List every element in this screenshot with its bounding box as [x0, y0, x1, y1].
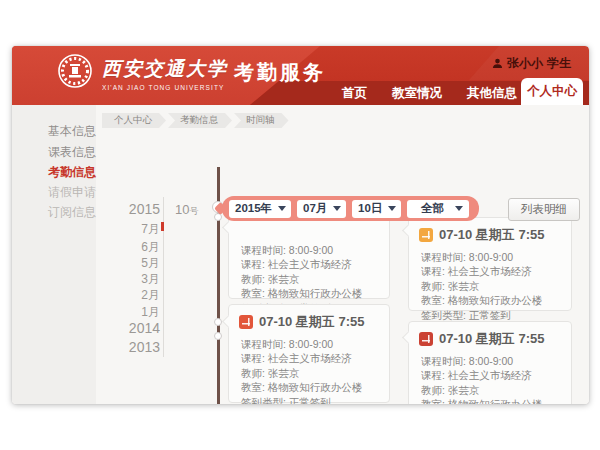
user-info[interactable]: 张小小 学生: [492, 55, 571, 72]
scale-separator-line: [163, 197, 164, 357]
app-window: 西安交通大学 XI'AN JIAO TONG UNIVERSITY 考勤服务 张…: [12, 46, 589, 404]
chevron-down-icon: [388, 206, 396, 211]
nav-item-personal-center[interactable]: 个人中心: [521, 78, 583, 105]
month-dropdown[interactable]: 07月: [297, 200, 346, 218]
timeline-node: [214, 318, 222, 326]
chevron-down-icon: [278, 206, 286, 211]
scale-year-2015[interactable]: 2015: [110, 201, 160, 217]
nav-item-home[interactable]: 首页: [342, 85, 367, 102]
sidebar-item-subscription-info[interactable]: 订阅信息: [48, 204, 96, 221]
scale-year-2014[interactable]: 2014: [110, 320, 160, 336]
breadcrumb: 个人中心 考勤信息 时间轴: [102, 113, 291, 128]
card-header: 07-10 星期五 7:55: [409, 218, 571, 246]
sidebar-item-schedule-info[interactable]: 课表信息: [48, 144, 96, 161]
year-dropdown[interactable]: 2015年: [229, 200, 291, 218]
app-header: 西安交通大学 XI'AN JIAO TONG UNIVERSITY 考勤服务 张…: [12, 46, 589, 105]
scale-year-2013[interactable]: 2013: [110, 339, 160, 355]
sidebar-item-attendance-info[interactable]: 考勤信息: [48, 164, 96, 181]
scale-month-mar[interactable]: 3月: [110, 271, 160, 288]
day-marker-10: 10号: [175, 202, 198, 218]
card-date: 07-10 星期五 7:55: [439, 226, 545, 244]
card-body: 课程时间: 8:00-9:00 课程: 社会主义市场经济 教师: 张芸京 教室:…: [409, 350, 571, 404]
card-header: 07-10 星期五 7:55: [229, 305, 389, 333]
breadcrumb-personal-center[interactable]: 个人中心: [102, 113, 166, 128]
university-logo-icon: [57, 53, 93, 89]
day-dropdown[interactable]: 10日: [352, 200, 401, 218]
card-body: 课程时间: 8:00-9:00 课程: 社会主义市场经济 教师: 张芸京 教室:…: [229, 333, 389, 404]
chevron-down-icon: [333, 206, 341, 211]
screenshot-stage: 西安交通大学 XI'AN JIAO TONG UNIVERSITY 考勤服务 张…: [0, 0, 600, 450]
status-icon: [239, 315, 253, 329]
scale-month-jan[interactable]: 1月: [110, 304, 160, 321]
category-dropdown[interactable]: 全部: [407, 200, 469, 218]
card-date: 07-10 星期五 7:55: [259, 313, 365, 331]
nav-item-other-info[interactable]: 其他信息: [467, 85, 517, 102]
user-name: 张小小: [507, 55, 543, 72]
status-icon: [419, 332, 433, 346]
sidebar: 基本信息 课表信息 考勤信息 请假申请 订阅信息: [12, 105, 96, 404]
card-date: 07-10 星期五 7:55: [439, 330, 545, 348]
attendance-card: 07-10 星期五 7:55 课程时间: 8:00-9:00 课程: 社会主义市…: [228, 304, 390, 403]
card-header: 07-10 星期五 7:55: [409, 322, 571, 350]
timeline-node: [214, 332, 222, 340]
scale-month-may[interactable]: 5月: [110, 255, 160, 272]
scale-month-jun[interactable]: 6月: [110, 239, 160, 256]
university-name-en: XI'AN JIAO TONG UNIVERSITY: [102, 84, 228, 91]
attendance-card: 07-10 星期五 7:55 课程时间: 8:00-9:00 课程: 社会主义市…: [408, 217, 572, 311]
nav-item-classrooms[interactable]: 教室情况: [392, 85, 442, 102]
app-title: 考勤服务: [234, 59, 326, 86]
scale-month-feb[interactable]: 2月: [110, 287, 160, 304]
scale-month-jul[interactable]: 7月: [110, 221, 160, 238]
list-detail-button[interactable]: 列表明细: [508, 198, 580, 221]
user-role: 学生: [547, 55, 571, 72]
sidebar-item-leave-request[interactable]: 请假申请: [48, 184, 96, 201]
breadcrumb-attendance-info[interactable]: 考勤信息: [168, 113, 232, 128]
chevron-down-icon: [455, 206, 463, 211]
card-body: 课程时间: 8:00-9:00 课程: 社会主义市场经济 教师: 张芸京 教室:…: [409, 246, 571, 330]
content-area: 基本信息 课表信息 考勤信息 请假申请 订阅信息 个人中心 考勤信息 时间轴 2…: [12, 105, 589, 404]
selected-month-tick: [161, 222, 164, 231]
user-icon: [492, 58, 503, 69]
university-name-zh: 西安交通大学: [102, 56, 228, 82]
main-nav: 首页 教室情况 其他信息: [342, 81, 517, 105]
status-icon: [419, 228, 433, 242]
attendance-card: 07-10 星期五 7:55 课程时间: 8:00-9:00 课程: 社会主义市…: [408, 321, 572, 404]
sidebar-item-basic-info[interactable]: 基本信息: [48, 123, 96, 140]
filterbar: 2015年 07月 10日 全部: [222, 196, 479, 221]
breadcrumb-timeline[interactable]: 时间轴: [234, 113, 289, 128]
university-name-block: 西安交通大学 XI'AN JIAO TONG UNIVERSITY: [102, 56, 228, 91]
